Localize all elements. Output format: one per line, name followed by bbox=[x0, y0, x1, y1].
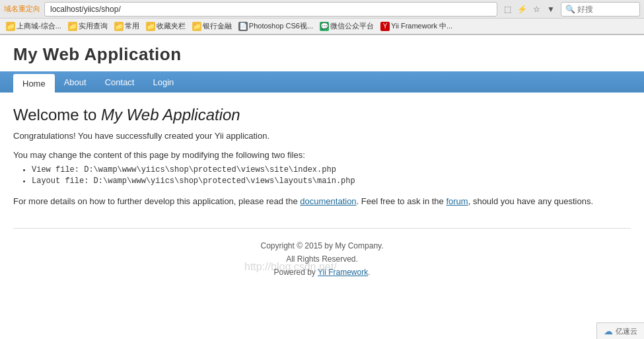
browser-chrome: 域名重定向 ⬚ ⚡ ☆ ▼ 📁 上商城-综合... 📁 实用查询 📁 常用 📁 … bbox=[0, 0, 644, 35]
bookmark-photoshop[interactable]: 📄 Photoshop CS6视... bbox=[236, 20, 315, 32]
bookmark-label: 上商城-综合... bbox=[17, 21, 61, 31]
details-text: For more details on how to further devel… bbox=[13, 195, 631, 208]
app-container: My Web Application Home About Contact Lo… bbox=[0, 35, 644, 326]
nav-home[interactable]: Home bbox=[13, 74, 55, 93]
app-title: My Web Application bbox=[13, 44, 631, 65]
list-item: View file: D:\wamp\www\yiics\shop\protec… bbox=[32, 165, 631, 174]
footer-line2: All Rights Reserved. bbox=[13, 252, 631, 266]
bookmark-yii[interactable]: Y Yii Framework 中... bbox=[378, 20, 454, 32]
footer-powered-prefix: Powered by bbox=[273, 268, 318, 277]
footer-line3: Powered by Yii Framework. bbox=[13, 266, 631, 279]
browser-toolbar: 域名重定向 ⬚ ⚡ ☆ ▼ bbox=[0, 0, 644, 19]
folder-icon: 📁 bbox=[146, 22, 155, 31]
file-icon: 📄 bbox=[238, 22, 248, 31]
bookmark-label: 常用 bbox=[125, 21, 139, 31]
bookmark-label: 微信公众平台 bbox=[330, 21, 374, 31]
folder-icon: 📁 bbox=[68, 22, 77, 31]
details-middle: . Feel free to ask in the bbox=[357, 196, 447, 206]
app-content: Welcome to My Web Application http://blo… bbox=[0, 93, 644, 228]
nav-login[interactable]: Login bbox=[143, 71, 183, 93]
bookmark-bank[interactable]: 📁 银行金融 bbox=[190, 20, 234, 32]
app-nav: Home About Contact Login bbox=[0, 71, 644, 93]
folder-icon: 📁 bbox=[192, 22, 201, 31]
nav-about[interactable]: About bbox=[55, 71, 96, 93]
nav-contact[interactable]: Contact bbox=[96, 71, 144, 93]
forum-link[interactable]: forum bbox=[446, 196, 468, 206]
star-icon[interactable]: ☆ bbox=[530, 3, 542, 15]
wechat-icon: 💬 bbox=[320, 22, 329, 31]
bookmark-label: Photoshop CS6视... bbox=[249, 21, 313, 31]
dropdown-icon[interactable]: ▼ bbox=[545, 3, 557, 15]
bookmark-shangcheng[interactable]: 📁 上商城-综合... bbox=[4, 20, 63, 32]
modify-text: You may change the content of this page … bbox=[13, 150, 631, 160]
bookmark-favorites[interactable]: 📁 收藏夹栏 bbox=[144, 20, 188, 32]
details-suffix: , should you have any questions. bbox=[468, 196, 593, 206]
bookmark-label: Yii Framework 中... bbox=[391, 21, 452, 31]
welcome-em: My Web Application bbox=[101, 106, 240, 124]
footer-line1: Copyright © 2015 by My Company. bbox=[13, 239, 631, 252]
folder-icon: 📁 bbox=[6, 22, 15, 31]
bookmark-label: 银行金融 bbox=[203, 21, 232, 31]
bookmark-label: 收藏夹栏 bbox=[157, 21, 186, 31]
details-prefix: For more details on how to further devel… bbox=[13, 196, 300, 206]
bookmark-wechat[interactable]: 💬 微信公众平台 bbox=[318, 20, 376, 32]
lightning-icon[interactable]: ⚡ bbox=[516, 3, 528, 15]
url-bar[interactable] bbox=[44, 2, 497, 17]
folder-icon: 📁 bbox=[114, 22, 124, 31]
welcome-prefix: Welcome to bbox=[13, 106, 101, 124]
bookmark-label: 实用查询 bbox=[79, 21, 108, 31]
list-item: Layout file: D:\wamp\www\yiics\shop\prot… bbox=[32, 176, 631, 186]
file-list: View file: D:\wamp\www\yiics\shop\protec… bbox=[13, 165, 631, 186]
bookmarks-bar: 📁 上商城-综合... 📁 实用查询 📁 常用 📁 收藏夹栏 📁 银行金融 📄 … bbox=[0, 19, 644, 34]
bookmark-changyong[interactable]: 📁 常用 bbox=[112, 20, 141, 32]
yii-framework-link[interactable]: Yii Framework bbox=[318, 268, 368, 277]
search-input[interactable] bbox=[561, 2, 640, 17]
bookmark-shiyong[interactable]: 📁 实用查询 bbox=[66, 20, 110, 32]
documentation-link[interactable]: documentation bbox=[300, 196, 356, 206]
app-footer: Copyright © 2015 by My Company. All Righ… bbox=[13, 228, 631, 290]
redirect-label: 域名重定向 bbox=[4, 4, 40, 14]
yii-icon: Y bbox=[380, 22, 390, 31]
congrats-text: Congratulations! You have successfully c… bbox=[13, 131, 631, 141]
footer-powered-suffix: . bbox=[368, 268, 370, 277]
app-header: My Web Application bbox=[0, 35, 644, 71]
browser-icons: ⬚ ⚡ ☆ ▼ bbox=[501, 3, 557, 15]
bottom-bar: ☁ 亿速云 bbox=[596, 322, 644, 326]
welcome-heading: Welcome to My Web Application bbox=[13, 106, 631, 124]
screenshot-icon[interactable]: ⬚ bbox=[501, 3, 513, 15]
